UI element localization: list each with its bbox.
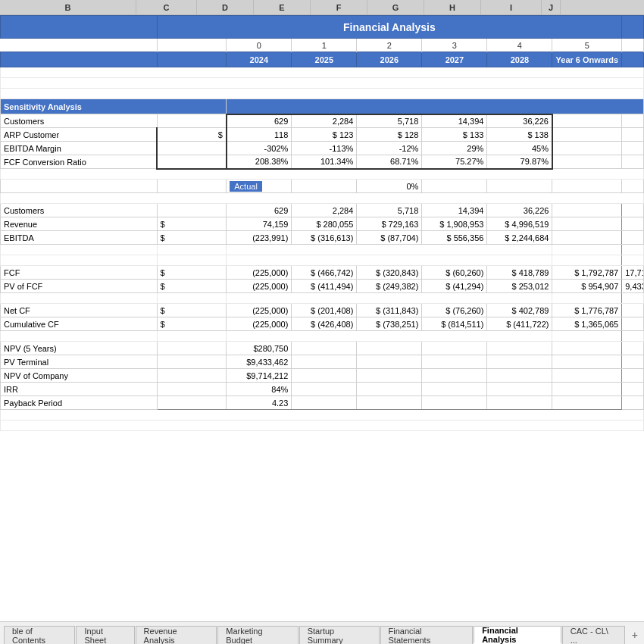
sens-fcf-label: FCF Conversion Ratio: [1, 155, 158, 169]
title-row: Financial Analysis: [1, 16, 644, 39]
main-pvfcf-label: PV of FCF: [1, 280, 158, 293]
title-end: [622, 16, 644, 39]
year-label-row: 2024 2025 2026 2027 2028 Year 6 Onwards: [1, 52, 644, 67]
main-ebitda-row: EBITDA $ (223,991) $ (316,613) $ (87,704…: [1, 231, 644, 245]
col-header-f: F: [311, 0, 367, 14]
tab-table-of-contents[interactable]: ble of Contents: [4, 626, 75, 644]
sens-arp-row: ARP Customer $ 118 $ 123 $ 128 $ 133 $ 1…: [1, 128, 644, 142]
main-netcf-label: Net CF: [1, 304, 158, 317]
col-header-e: E: [254, 0, 311, 14]
spreadsheet-title: Financial Analysis: [157, 16, 622, 39]
main-irr-label: IRR: [1, 383, 158, 396]
main-payback-label: Payback Period: [1, 396, 158, 410]
col-header-i: I: [481, 0, 542, 14]
col-header-c: C: [136, 0, 197, 14]
main-npvco-row: NPV of Company $9,714,212: [1, 369, 644, 383]
col-header-b: B: [0, 0, 136, 14]
sens-fcf-row: FCF Conversion Ratio 208.38% 101.34% 68.…: [1, 155, 644, 169]
sens-customers-label: Customers: [1, 114, 158, 128]
main-pvterm-label: PV Terminal: [1, 355, 158, 369]
main-customers-label: Customers: [1, 204, 158, 217]
main-fcf-label: FCF: [1, 266, 158, 280]
tab-add-button[interactable]: +: [626, 626, 644, 644]
grid: Financial Analysis 0 1 2 3 4 5: [0, 15, 644, 621]
actual-button[interactable]: Actual: [230, 181, 262, 192]
tabs-bar: ble of Contents Input Sheet Revenue Anal…: [0, 621, 644, 644]
main-cumcf-label: Cumulative CF: [1, 317, 158, 331]
col-header-j: J: [542, 0, 561, 14]
sens-ebitda-row: EBITDA Margin -302% -113% -12% 29% 45%: [1, 142, 644, 155]
spreadsheet-table: Financial Analysis 0 1 2 3 4 5: [0, 15, 644, 431]
main-netcf-row: Net CF $ (225,000) $ (201,408) $ (311,84…: [1, 304, 644, 317]
tab-cac-cl[interactable]: CAC - CL\ ...: [562, 626, 625, 644]
main-pvterm-row: PV Terminal $9,433,462: [1, 355, 644, 369]
main-ebitda-label: EBITDA: [1, 231, 158, 245]
sens-arp-label: ARP Customer: [1, 128, 158, 142]
main-fcf-row: FCF $ (225,000) $ (466,742) $ (320,843) …: [1, 266, 644, 280]
tab-financial-analysis[interactable]: Financial Analysis: [474, 626, 561, 644]
tab-revenue-analysis[interactable]: Revenue Analysis: [136, 626, 217, 644]
year-number-row: 0 1 2 3 4 5: [1, 39, 644, 52]
main-revenue-label: Revenue: [1, 217, 158, 231]
main-cumcf-row: Cumulative CF $ (225,000) $ (426,408) $ …: [1, 317, 644, 331]
title-empty: [1, 16, 158, 39]
tab-marketing-budget[interactable]: Marketing Budget: [217, 626, 298, 644]
main-revenue-row: Revenue $ 74,159 $ 280,055 $ 729,163 $ 1…: [1, 217, 644, 231]
main-npvco-label: NPV of Company: [1, 369, 158, 383]
sens-customers-row: Customers 629 2,284 5,718 14,394 36,226: [1, 114, 644, 128]
main-payback-row: Payback Period 4.23: [1, 396, 644, 410]
col-header-g: G: [367, 0, 424, 14]
tab-financial-statements[interactable]: Financial Statements: [380, 626, 474, 644]
tab-input-sheet[interactable]: Input Sheet: [76, 626, 134, 644]
actual-row: Actual 0%: [1, 180, 644, 193]
sensitivity-header: Sensitivity Analysis: [1, 99, 227, 114]
main-pvfcf-row: PV of FCF $ (225,000) $ (411,494) $ (249…: [1, 280, 644, 293]
column-headers: B C D E F G H I J: [0, 0, 644, 15]
spreadsheet: B C D E F G H I J: [0, 0, 644, 644]
sensitivity-header-row: Sensitivity Analysis: [1, 99, 644, 114]
main-npv-label: NPV (5 Years): [1, 342, 158, 355]
actual-pct: 0%: [357, 180, 422, 193]
col-header-d: D: [197, 0, 254, 14]
col-header-h: H: [424, 0, 481, 14]
main-irr-row: IRR 84%: [1, 383, 644, 396]
sens-ebitda-label: EBITDA Margin: [1, 142, 158, 155]
main-customers-row: Customers 629 2,284 5,718 14,394 36,226: [1, 204, 644, 217]
main-npv-row: NPV (5 Years) $280,750: [1, 342, 644, 355]
tab-startup-summary[interactable]: Startup Summary: [299, 626, 380, 644]
